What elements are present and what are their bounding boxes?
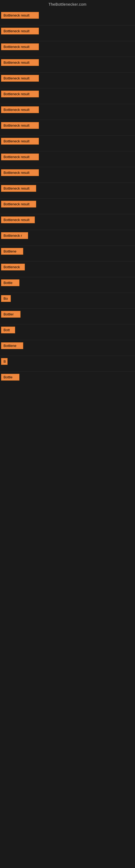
- bottleneck-badge[interactable]: Bottleneck result: [1, 201, 36, 208]
- bottleneck-badge[interactable]: Bottleneck result: [1, 169, 39, 176]
- bottleneck-badge[interactable]: Bottleneck result: [1, 216, 35, 223]
- bottleneck-row: Bottleneck result: [0, 151, 135, 167]
- bottleneck-badge[interactable]: Bottleneck result: [1, 43, 39, 50]
- bottleneck-badge[interactable]: Bottleneck result: [1, 154, 39, 160]
- bottleneck-row: Bottleneck result: [0, 198, 135, 214]
- bottleneck-badge[interactable]: B: [1, 358, 8, 365]
- bottleneck-row: Bottlene: [0, 246, 135, 261]
- bottleneck-row: Bottleneck result: [0, 88, 135, 104]
- bottleneck-row: Bottleneck result: [0, 41, 135, 57]
- bottleneck-badge[interactable]: Bottleneck result: [1, 106, 39, 113]
- bottleneck-row: Bo: [0, 293, 135, 309]
- page-wrapper: TheBottlenecker.com Bottleneck resultBot…: [0, 0, 135, 387]
- site-header: TheBottlenecker.com: [0, 0, 135, 10]
- site-title: TheBottlenecker.com: [48, 2, 86, 6]
- bottleneck-badge[interactable]: Bottleneck result: [1, 12, 39, 19]
- bottleneck-row: Bottleneck result: [0, 57, 135, 73]
- bottleneck-row: Bottleneck result: [0, 104, 135, 120]
- bottleneck-row: Bott: [0, 324, 135, 340]
- bottleneck-badge[interactable]: Bottleneck: [1, 264, 25, 271]
- bottleneck-row: Bottleneck result: [0, 73, 135, 88]
- bottleneck-row: Bottleneck result: [0, 214, 135, 230]
- bottleneck-badge[interactable]: Bottleneck result: [1, 138, 39, 145]
- bottleneck-row: Bottleneck result: [0, 26, 135, 41]
- bottleneck-row: Bottleneck result: [0, 183, 135, 198]
- bottleneck-row: Bottlene: [0, 340, 135, 356]
- bottleneck-row: Bottleneck result: [0, 120, 135, 135]
- bottleneck-row: Bottle: [0, 372, 135, 387]
- bottleneck-badge[interactable]: Bottler: [1, 311, 20, 318]
- bottleneck-row: Bottle: [0, 277, 135, 293]
- bottleneck-row: Bottleneck r: [0, 230, 135, 246]
- bottleneck-row: Bottleneck result: [0, 10, 135, 26]
- bottleneck-row: Bottleneck result: [0, 167, 135, 183]
- bottleneck-badge[interactable]: Bottleneck result: [1, 91, 39, 97]
- bottleneck-badge[interactable]: Bottleneck result: [1, 185, 36, 192]
- bottleneck-badge[interactable]: Bottle: [1, 374, 19, 380]
- rows-container: Bottleneck resultBottleneck resultBottle…: [0, 10, 135, 387]
- bottleneck-badge[interactable]: Bottleneck r: [1, 232, 28, 239]
- bottleneck-row: Bottleneck result: [0, 135, 135, 151]
- bottleneck-badge[interactable]: Bo: [1, 295, 11, 302]
- bottleneck-badge[interactable]: Bottleneck result: [1, 59, 39, 66]
- bottleneck-row: Bottler: [0, 309, 135, 324]
- bottleneck-badge[interactable]: Bottleneck result: [1, 28, 39, 34]
- bottleneck-row: B: [0, 356, 135, 372]
- bottleneck-badge[interactable]: Bottleneck result: [1, 75, 39, 82]
- bottleneck-badge[interactable]: Bottlene: [1, 342, 23, 349]
- bottleneck-badge[interactable]: Bottleneck result: [1, 122, 39, 129]
- bottleneck-row: Bottleneck: [0, 261, 135, 277]
- bottleneck-badge[interactable]: Bott: [1, 327, 15, 333]
- bottleneck-badge[interactable]: Bottle: [1, 279, 19, 286]
- bottleneck-badge[interactable]: Bottlene: [1, 248, 23, 255]
